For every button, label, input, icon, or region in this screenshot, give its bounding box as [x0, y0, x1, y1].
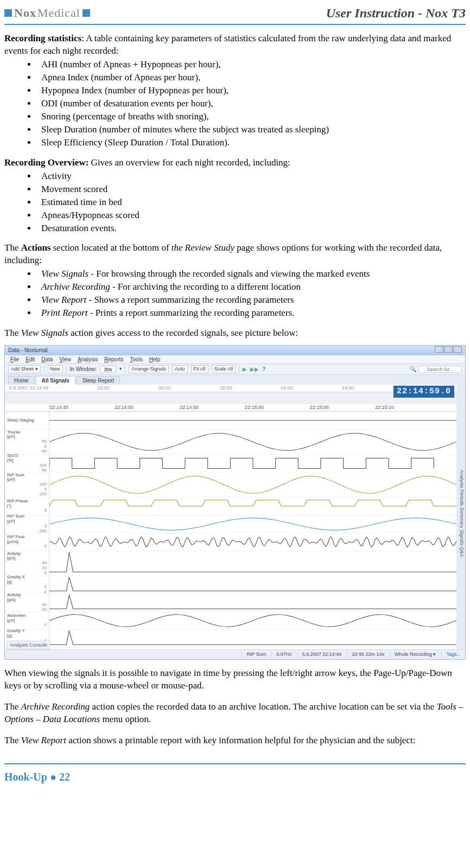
search-box[interactable]: 🔍 [410, 366, 462, 373]
channel-row[interactable]: Gravity X[g]0-2 [5, 576, 456, 594]
channel-label: Gravity X[g]0-2 [5, 576, 49, 593]
channel-row[interactable]: Abdomen[µV]0 [5, 612, 456, 630]
scale-all-button[interactable]: Scale All [212, 365, 236, 373]
right-side-tabs[interactable]: Analysis Periods Summary Signals Q&A [456, 375, 465, 649]
menu-data[interactable]: Data [41, 356, 53, 363]
window-titlebar[interactable]: Data - Noxturnal [5, 346, 465, 355]
tab-home[interactable]: Home [8, 376, 35, 385]
status-tags[interactable]: Tags... [441, 651, 461, 658]
status-range[interactable]: Whole Recording ▾ [390, 651, 436, 658]
channel-label: Activity[g/s]40200 [5, 551, 49, 576]
add-sheet-button[interactable]: Add Sheet ▾ [8, 365, 41, 373]
channel-row[interactable]: Sleep Staging [5, 412, 456, 430]
channel-waveform[interactable] [49, 497, 456, 515]
tab-all-signals[interactable]: All Signals [36, 376, 75, 385]
minimize-icon[interactable] [435, 346, 443, 353]
ro-text: Gives an overview for each night recorde… [88, 157, 290, 168]
channel-row[interactable]: SpO2[%]10050 [5, 455, 456, 473]
channel-waveform[interactable] [49, 576, 456, 593]
status-timestamp: 5.6.2007 22:14:44 [297, 651, 342, 658]
vs-post: action gives access to the recorded sign… [68, 328, 298, 338]
channel-row[interactable]: Thorax[µV]500-50 [5, 430, 456, 455]
menu-bar[interactable]: FileEditDataViewAnalysisReportsToolsHelp [5, 355, 465, 364]
menu-file[interactable]: File [10, 356, 19, 363]
channel-waveform[interactable] [49, 612, 456, 629]
channel-waveform[interactable] [49, 551, 456, 576]
section-actions: The Actions section located at the botto… [4, 242, 466, 267]
auto-button[interactable]: Auto [172, 365, 188, 373]
separator-icon [66, 366, 67, 373]
status-duration: 2d 8h 22m 14s [347, 651, 384, 658]
document-title: User Instruction - Nox T3 [326, 4, 466, 22]
overview-t5: 14:00 [342, 385, 354, 391]
overview-t2: 08:00 [158, 385, 171, 391]
channel-waveform[interactable] [49, 455, 456, 472]
help-icon[interactable]: ? [262, 366, 265, 373]
list-item: Estimated time in bed [37, 196, 466, 209]
close-icon[interactable] [453, 346, 462, 353]
ruler-tick: 22:15:05 [310, 404, 375, 411]
fit-all-button[interactable]: Fit All [191, 365, 208, 373]
maximize-icon[interactable] [444, 346, 453, 353]
view-signals-intro: The View Signals action gives access to … [4, 327, 466, 340]
arrange-signals-button[interactable]: Arrange Signals [129, 365, 169, 373]
overview-start: 5.6.2007 22:14:44 [9, 385, 49, 391]
para-view-report: The View Report action shows a printable… [4, 735, 466, 747]
brand-name-1: Nox [14, 5, 36, 21]
tab-sleep-report[interactable]: Sleep Report [77, 376, 120, 385]
menu-view[interactable]: View [60, 356, 72, 363]
search-input[interactable] [418, 366, 462, 373]
list-item: View Report - Shows a report summarizing… [37, 294, 466, 307]
separator-icon [125, 366, 125, 373]
list-item: Hypopnea Index (number of Hypopneas per … [37, 85, 466, 97]
list-item: Apnea Index (number of Apneas per hour), [37, 72, 466, 84]
channel-row[interactable]: Activity[g/s]4020 [5, 594, 456, 612]
list-item: Sleep Duration (number of minutes where … [37, 124, 466, 136]
footer-rule [4, 763, 466, 764]
channel-waveform[interactable] [49, 630, 456, 647]
fast-forward-icon[interactable]: ▶▶ [250, 366, 259, 373]
channel-row[interactable]: RIP Sum[µV]0-100 [5, 515, 456, 533]
channel-label: RIP Flow[µV/s]0 [5, 533, 49, 551]
signal-pane[interactable]: 22:14:4522:14:5022:14:5522:15:0022:15:05… [5, 404, 456, 649]
menu-help[interactable]: Help [149, 356, 161, 363]
channel-waveform[interactable] [49, 533, 456, 551]
a-mid: section located at the bottom of [50, 242, 171, 253]
page-footer: Hook-Up ● 22 [4, 770, 466, 790]
list-item: Activity [37, 170, 466, 183]
channel-row[interactable]: RIP Sum[µV]1000-100 [5, 473, 456, 497]
channel-row[interactable]: RIP Phase[°]0 [5, 497, 456, 515]
list-item: AHI (number of Apneas + Hypopneas per ho… [37, 59, 466, 71]
channel-waveform[interactable] [49, 594, 456, 611]
menu-reports[interactable]: Reports [104, 356, 123, 363]
channel-waveform[interactable] [49, 430, 456, 454]
search-icon[interactable]: 🔍 [410, 366, 416, 373]
channel-row[interactable]: RIP Flow[µV/s]0 [5, 533, 456, 551]
channel-waveform[interactable] [49, 473, 456, 497]
tab-bar[interactable]: Home All Signals Sleep Report [5, 375, 465, 385]
rs-list: AHI (number of Apneas + Hypopneas per ho… [37, 59, 466, 149]
channel-row[interactable]: Gravity Y[g]0-2 [5, 630, 456, 648]
list-item: ODI (number of desaturation events per h… [37, 98, 466, 110]
channel-waveform[interactable] [49, 412, 456, 429]
new-button[interactable]: New [48, 365, 63, 373]
window-buttons[interactable] [434, 346, 462, 355]
toolbar[interactable]: Add Sheet ▾ New In Window: ▾ Arrange Sig… [5, 364, 465, 375]
dropdown-icon[interactable]: ▾ [119, 366, 122, 372]
status-hz: 9.97Hz [271, 651, 292, 658]
analysis-console-button[interactable]: Analysis Console [7, 641, 50, 649]
ruler-tick: 22:14:50 [115, 404, 180, 411]
actions-list: View Signals - For browsing through the … [37, 268, 466, 320]
channel-row[interactable]: Activity[g/s]40200 [5, 551, 456, 576]
menu-tools[interactable]: Tools [130, 356, 142, 363]
section-recording-overview: Recording Overview: Gives an overview fo… [4, 157, 466, 169]
time-ruler: 22:14:4522:14:5022:14:5522:15:0022:15:05… [5, 404, 456, 412]
para-navigation: When viewing the signals it is possible … [4, 667, 466, 692]
channel-waveform[interactable] [49, 515, 456, 533]
inwindow-input[interactable] [100, 366, 116, 373]
menu-edit[interactable]: Edit [26, 356, 35, 363]
menu-analysis[interactable]: Analysis [78, 356, 98, 363]
channel-label: RIP Sum[µV]0-100 [5, 515, 49, 533]
channel-label: Sleep Staging [5, 412, 49, 429]
play-icon[interactable]: ▶ [243, 366, 247, 373]
